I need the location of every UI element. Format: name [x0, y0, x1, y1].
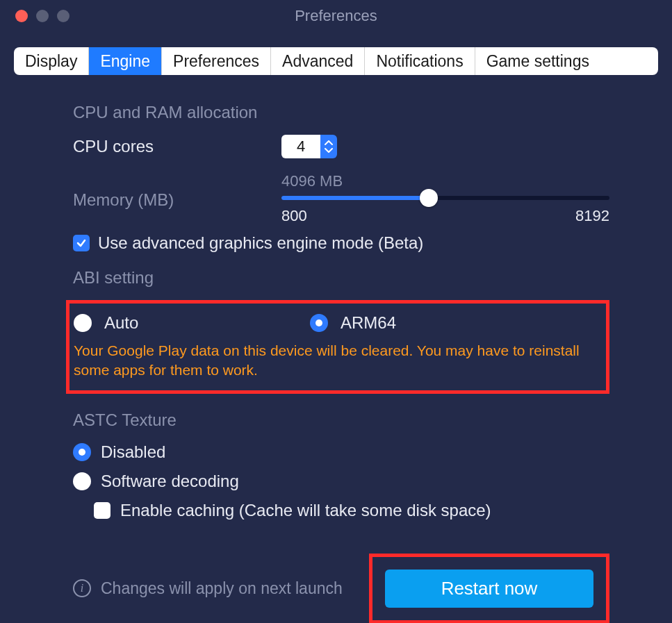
- restart-now-label: Restart now: [441, 578, 538, 599]
- tab-label: Notifications: [376, 52, 463, 71]
- minimize-window-button[interactable]: [36, 10, 49, 22]
- tab-preferences[interactable]: Preferences: [162, 47, 271, 75]
- tab-label: Engine: [100, 52, 150, 71]
- check-icon: [76, 238, 87, 249]
- section-astc-title: ASTC Texture: [73, 410, 609, 430]
- preferences-tabbar: Display Engine Preferences Advanced Noti…: [14, 47, 658, 75]
- cpu-cores-stepper-buttons[interactable]: [320, 135, 337, 158]
- restart-now-button[interactable]: Restart now: [385, 570, 593, 608]
- abi-radio-auto[interactable]: [74, 314, 92, 332]
- section-abi-title: ABI setting: [73, 268, 609, 288]
- section-cpu-ram-title: CPU and RAM allocation: [73, 103, 609, 122]
- restart-highlight: Restart now: [369, 554, 609, 623]
- abi-highlight: Auto ARM64 Your Google Play data on this…: [66, 300, 609, 394]
- tab-label: Advanced: [282, 52, 353, 71]
- memory-slider[interactable]: [281, 196, 609, 200]
- astc-radio-software-decoding[interactable]: [73, 472, 91, 490]
- tab-label: Game settings: [486, 52, 589, 71]
- memory-label: Memory (MB): [73, 172, 281, 210]
- memory-min-label: 800: [281, 207, 307, 225]
- astc-radio-disabled-label: Disabled: [101, 442, 165, 462]
- close-window-button[interactable]: [15, 10, 28, 22]
- abi-radio-auto-label: Auto: [104, 313, 138, 333]
- memory-current-value: 4096 MB: [281, 172, 609, 190]
- tab-game-settings[interactable]: Game settings: [475, 47, 658, 75]
- memory-slider-thumb[interactable]: [420, 189, 438, 207]
- cpu-cores-value: 4: [281, 135, 320, 158]
- astc-radio-software-decoding-label: Software decoding: [101, 472, 239, 491]
- info-icon: i: [73, 579, 91, 597]
- window-title: Preferences: [0, 7, 672, 25]
- titlebar: Preferences: [0, 0, 672, 32]
- tab-label: Preferences: [173, 52, 259, 71]
- apply-next-launch-text: Changes will apply on next launch: [101, 579, 359, 598]
- tab-advanced[interactable]: Advanced: [271, 47, 365, 75]
- enable-caching-label: Enable caching (Cache will take some dis…: [120, 501, 491, 520]
- tab-display[interactable]: Display: [14, 47, 89, 75]
- memory-max-label: 8192: [575, 207, 609, 225]
- chevron-down-icon: [325, 147, 333, 153]
- advanced-graphics-label: Use advanced graphics engine mode (Beta): [98, 233, 423, 253]
- chevron-up-icon: [325, 140, 333, 146]
- enable-caching-checkbox[interactable]: [94, 502, 110, 519]
- traffic-lights: [0, 10, 69, 22]
- tab-engine[interactable]: Engine: [89, 47, 162, 75]
- abi-warning-text: Your Google Play data on this device wil…: [74, 341, 595, 381]
- cpu-cores-stepper[interactable]: 4: [281, 135, 337, 158]
- tab-notifications[interactable]: Notifications: [365, 47, 475, 75]
- cpu-cores-label: CPU cores: [73, 137, 281, 156]
- abi-radio-arm64-label: ARM64: [341, 313, 396, 333]
- maximize-window-button[interactable]: [57, 10, 69, 22]
- advanced-graphics-checkbox[interactable]: [73, 235, 90, 251]
- memory-slider-fill: [281, 196, 429, 200]
- abi-radio-arm64[interactable]: [310, 314, 328, 332]
- astc-radio-disabled[interactable]: [73, 443, 91, 461]
- tab-label: Display: [25, 52, 77, 71]
